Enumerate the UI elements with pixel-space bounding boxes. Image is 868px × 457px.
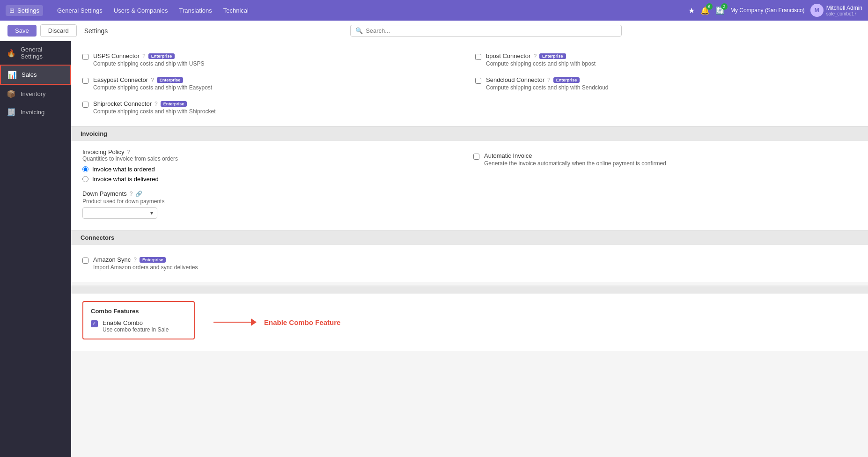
search-container: 🔍 — [350, 25, 622, 37]
sidebar-item-inventory[interactable]: 📦 Inventory — [0, 85, 71, 103]
app-layout: 🔥 General Settings 📊 Sales 📦 Inventory 🧾… — [0, 41, 868, 457]
combo-features-box: Combo Features Enable Combo Use combo fe… — [82, 301, 195, 339]
page-title: Settings — [84, 27, 108, 35]
list-item: USPS Connector ? Enterprise Compute ship… — [82, 49, 464, 71]
bpost-enterprise-badge: Enterprise — [539, 53, 566, 59]
bpost-label: bpost Connector — [486, 52, 530, 59]
invoicing-header-label: Invoicing — [81, 130, 107, 137]
usps-desc: Compute shipping costs and ship with USP… — [93, 60, 204, 67]
chevron-down-icon: ▾ — [150, 210, 153, 216]
radio-delivered-input[interactable] — [82, 176, 88, 182]
grid-icon: ⊞ — [9, 7, 15, 14]
chart-icon: 📊 — [7, 70, 17, 79]
sidebar-label-general: General Settings — [21, 46, 65, 60]
avatar: M — [810, 4, 824, 17]
amazon-sync-desc: Import Amazon orders and sync deliveries — [93, 264, 198, 271]
arrow-line — [213, 318, 257, 326]
usps-checkbox[interactable] — [82, 54, 88, 60]
easypost-desc: Compute shipping costs and ship with Eas… — [93, 84, 212, 91]
easypost-label: Easypost Connector — [93, 76, 148, 83]
company-selector[interactable]: My Company (San Francisco) — [730, 7, 805, 14]
box-icon: 📦 — [7, 89, 16, 98]
user-menu[interactable]: M Mitchell Admin sale_combo17 — [810, 4, 862, 17]
user-tag: sale_combo17 — [826, 11, 862, 16]
combo-section: Combo Features Enable Combo Use combo fe… — [71, 294, 868, 351]
sidebar-item-sales[interactable]: 📊 Sales — [0, 65, 71, 85]
sync-badge: 2 — [721, 3, 728, 10]
invoicing-policy-desc: Quantities to invoice from sales orders — [82, 155, 466, 162]
sendcloud-label: Sendcloud Connector — [486, 76, 544, 83]
shipping-grid: USPS Connector ? Enterprise Compute ship… — [82, 49, 857, 118]
sendcloud-checkbox[interactable] — [475, 78, 481, 84]
auto-invoice-desc: Generate the invoice automatically when … — [484, 160, 666, 167]
down-payments-dropdown[interactable]: ▾ — [82, 207, 157, 219]
app-name: Settings — [17, 7, 39, 14]
radio-delivered[interactable]: Invoice what is delivered — [82, 176, 466, 183]
enable-combo-checkbox[interactable] — [91, 320, 98, 327]
bpost-desc: Compute shipping costs and ship with bpo… — [486, 60, 596, 67]
bpost-checkbox[interactable] — [475, 54, 481, 60]
radio-ordered-input[interactable] — [82, 166, 88, 172]
app-menu-button[interactable]: ⊞ Settings — [6, 5, 43, 16]
easypost-enterprise-badge: Enterprise — [157, 77, 184, 83]
sendcloud-enterprise-badge: Enterprise — [553, 77, 580, 83]
invoicing-policy-label: Invoicing Policy — [82, 148, 125, 155]
list-item: Sendcloud Connector ? Enterprise Compute… — [475, 73, 857, 95]
shiprocket-checkbox[interactable] — [82, 102, 88, 108]
shiprocket-enterprise-badge: Enterprise — [161, 101, 187, 107]
usps-label: USPS Connector — [93, 52, 140, 59]
enable-combo-label: Enable Combo — [103, 319, 169, 326]
shiprocket-help-icon[interactable]: ? — [154, 101, 158, 107]
receipt-icon: 🧾 — [7, 108, 16, 117]
auto-invoice-checkbox[interactable] — [473, 154, 479, 160]
bpost-help-icon[interactable]: ? — [533, 53, 537, 59]
combo-arrow-label: Enable Combo Feature — [264, 318, 340, 326]
sidebar-label-inventory: Inventory — [21, 90, 45, 97]
down-payments-section: Down Payments ? 🔗 Product used for down … — [82, 190, 466, 219]
combo-title: Combo Features — [91, 308, 186, 315]
amazon-sync-label: Amazon Sync — [93, 256, 131, 263]
star-icon[interactable]: ★ — [688, 6, 695, 15]
nav-users-companies[interactable]: Users & Companies — [109, 5, 173, 16]
nav-translations[interactable]: Translations — [174, 5, 216, 16]
easypost-checkbox[interactable] — [82, 78, 88, 84]
invoicing-policy-help-icon[interactable]: ? — [127, 149, 131, 155]
amazon-sync-help-icon[interactable]: ? — [133, 257, 137, 263]
nav-technical[interactable]: Technical — [219, 5, 253, 16]
shipping-area: USPS Connector ? Enterprise Compute ship… — [71, 41, 868, 126]
usps-enterprise-badge: Enterprise — [148, 53, 175, 59]
save-button[interactable]: Save — [7, 25, 37, 37]
down-payments-link-icon[interactable]: 🔗 — [135, 191, 142, 197]
radio-ordered[interactable]: Invoice what is ordered — [82, 166, 466, 173]
auto-invoice-item: Automatic Invoice Generate the invoice a… — [473, 148, 857, 170]
flame-icon: 🔥 — [7, 49, 16, 58]
shiprocket-desc: Compute shipping costs and ship with Shi… — [93, 108, 215, 115]
username: Mitchell Admin — [826, 5, 862, 11]
sidebar-label-sales: Sales — [22, 71, 37, 78]
sidebar-item-invoicing[interactable]: 🧾 Invoicing — [0, 103, 71, 121]
search-input[interactable] — [366, 27, 617, 34]
usps-help-icon[interactable]: ? — [142, 53, 146, 59]
sendcloud-help-icon[interactable]: ? — [547, 77, 551, 83]
combo-feature-row: Enable Combo Use combo feature in Sale — [91, 319, 186, 333]
invoicing-grid: Invoicing Policy ? Quantities to invoice… — [82, 148, 857, 219]
top-nav: General Settings Users & Companies Trans… — [52, 5, 679, 16]
arrow-shaft — [213, 322, 251, 323]
invoice-radio-group: Invoice what is ordered Invoice what is … — [82, 166, 466, 183]
sendcloud-desc: Compute shipping costs and ship with Sen… — [486, 84, 609, 91]
list-item: bpost Connector ? Enterprise Compute shi… — [475, 49, 857, 71]
sidebar-item-general-settings[interactable]: 🔥 General Settings — [0, 41, 71, 65]
sidebar: 🔥 General Settings 📊 Sales 📦 Inventory 🧾… — [0, 41, 71, 457]
search-icon: 🔍 — [355, 27, 363, 34]
discard-button[interactable]: Discard — [40, 24, 77, 37]
enable-combo-desc: Use combo feature in Sale — [103, 326, 169, 333]
sync-icon[interactable]: 🔄2 — [715, 6, 725, 15]
notifications-icon[interactable]: 🔔6 — [700, 6, 710, 15]
connectors-header-label: Connectors — [81, 234, 114, 241]
amazon-sync-checkbox[interactable] — [82, 258, 88, 264]
nav-general-settings[interactable]: General Settings — [52, 5, 107, 16]
down-payments-help-icon[interactable]: ? — [130, 191, 133, 197]
connectors-content: Amazon Sync ? Enterprise Import Amazon o… — [71, 245, 868, 282]
sidebar-label-invoicing: Invoicing — [21, 109, 44, 116]
easypost-help-icon[interactable]: ? — [151, 77, 154, 83]
